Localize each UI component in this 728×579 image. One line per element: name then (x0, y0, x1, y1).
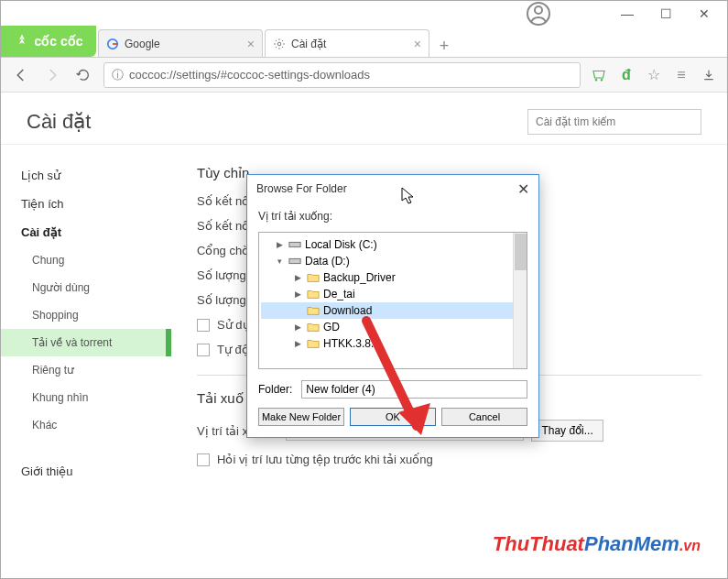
sidebar-item-appearance[interactable]: Khung nhìn (1, 384, 171, 411)
settings-search-input[interactable] (527, 109, 701, 135)
expand-icon[interactable]: ▶ (274, 240, 285, 249)
window-titlebar: — ☐ ✕ (1, 1, 727, 27)
cancel-button[interactable]: Cancel (441, 408, 527, 426)
drive-icon (288, 256, 301, 267)
tab-bar: cốc cốc Google × Cài đặt × + (1, 27, 727, 58)
collapse-icon[interactable]: ▾ (274, 257, 285, 266)
browser-logo[interactable]: cốc cốc (1, 26, 96, 57)
svg-rect-5 (289, 258, 300, 263)
tree-item-data-drive[interactable]: ▾Data (D:) (261, 253, 525, 269)
tree-item-folder[interactable]: ▶GD (261, 319, 525, 335)
tab-google[interactable]: Google × (98, 29, 263, 57)
ask-location-row[interactable]: Hỏi vị trí lưu từng tệp trước khi tải xu… (197, 453, 701, 466)
page-header: Cài đặt (1, 93, 727, 145)
google-favicon-icon (106, 38, 119, 50)
sidebar-item-general[interactable]: Chung (1, 246, 171, 274)
change-location-button[interactable]: Thay đổi... (531, 420, 603, 442)
tree-item-folder[interactable]: ▶De_tai (261, 286, 525, 302)
ask-location-label: Hỏi vị trí lưu từng tệp trước khi tải xu… (217, 453, 433, 466)
svg-point-1 (535, 6, 542, 14)
close-button[interactable]: ✕ (685, 1, 723, 27)
tab-label: Cài đặt (291, 38, 326, 50)
account-icon[interactable] (524, 0, 553, 28)
svg-point-3 (277, 42, 281, 46)
folder-tree[interactable]: ▶Local Disk (C:) ▾Data (D:) ▶Backup_Driv… (258, 232, 527, 369)
url-text: coccoc://settings/#coccoc-settings-downl… (129, 68, 370, 82)
expand-icon[interactable]: ▶ (292, 290, 303, 299)
settings-sidebar: Lịch sử Tiện ích Cài đặt Chung Người dùn… (1, 145, 171, 579)
folder-icon (307, 289, 320, 300)
tree-item-folder[interactable]: ▶HTKK.3.8.0 (261, 335, 525, 352)
maximize-button[interactable]: ☐ (647, 1, 685, 27)
checkbox-icon[interactable] (197, 344, 210, 356)
tab-close-icon[interactable]: × (414, 37, 421, 51)
dialog-close-icon[interactable]: ✕ (517, 180, 529, 198)
tab-settings[interactable]: Cài đặt × (265, 29, 429, 57)
tree-scrollbar[interactable] (513, 233, 527, 368)
sidebar-item-downloads[interactable]: Tải về và torrent (1, 329, 171, 356)
nav-toolbar: ⓘ coccoc://settings/#coccoc-settings-dow… (1, 58, 727, 93)
dialog-title-text: Browse For Folder (256, 182, 347, 195)
address-bar[interactable]: ⓘ coccoc://settings/#coccoc-settings-dow… (103, 62, 581, 88)
sidebar-item-about[interactable]: Giới thiệu (1, 457, 171, 486)
minimize-button[interactable]: — (608, 1, 647, 27)
make-new-folder-button[interactable]: Make New Folder (258, 408, 344, 426)
folder-field-label: Folder: (258, 383, 292, 396)
sidebar-item-other[interactable]: Khác (1, 411, 171, 439)
checkbox-icon[interactable] (197, 319, 210, 332)
dialog-titlebar: Browse For Folder ✕ (247, 175, 538, 202)
sidebar-item-settings[interactable]: Cài đặt (1, 218, 171, 246)
sidebar-item-extensions[interactable]: Tiện ích (1, 190, 171, 218)
folder-icon (307, 305, 320, 316)
bookmark-star-icon[interactable]: ☆ (645, 66, 663, 84)
reload-button[interactable] (72, 64, 94, 86)
folder-name-input[interactable] (301, 380, 527, 399)
sidebar-item-shopping[interactable]: Shopping (1, 301, 171, 329)
menu-icon[interactable]: ≡ (672, 66, 690, 84)
dialog-subtitle: Vị trí tải xuống: (258, 210, 527, 223)
tree-item-folder[interactable]: ▶Backup_Driver (261, 269, 525, 286)
download-icon[interactable] (700, 66, 718, 84)
tab-close-icon[interactable]: × (247, 37, 255, 51)
folder-icon (307, 322, 320, 333)
svg-rect-4 (289, 242, 300, 246)
ok-button[interactable]: OK (350, 408, 436, 426)
expand-icon[interactable]: ▶ (292, 339, 303, 348)
currency-icon[interactable]: đ (617, 66, 636, 84)
sidebar-item-users[interactable]: Người dùng (1, 274, 171, 301)
sidebar-item-history[interactable]: Lịch sử (1, 161, 171, 190)
checkbox-icon[interactable] (197, 453, 210, 466)
drive-icon (288, 239, 301, 250)
gear-favicon-icon (273, 38, 286, 50)
cart-icon[interactable] (590, 66, 608, 84)
folder-icon (307, 272, 320, 283)
watermark: ThuThuatPhanMem.vn (493, 532, 701, 556)
tree-item-local-disk[interactable]: ▶Local Disk (C:) (261, 236, 525, 253)
logo-text: cốc cốc (34, 34, 82, 49)
tree-item-folder-selected[interactable]: Download (261, 302, 525, 319)
new-tab-button[interactable]: + (433, 35, 455, 57)
expand-icon[interactable]: ▶ (292, 322, 303, 332)
info-icon[interactable]: ⓘ (112, 67, 124, 83)
forward-button[interactable] (41, 64, 63, 86)
tab-label: Google (125, 38, 160, 50)
browse-folder-dialog: Browse For Folder ✕ Vị trí tải xuống: ▶L… (246, 174, 539, 438)
page-title: Cài đặt (27, 110, 91, 134)
folder-icon (307, 338, 320, 349)
expand-icon[interactable]: ▶ (292, 273, 303, 282)
sidebar-item-privacy[interactable]: Riêng tư (1, 356, 171, 384)
back-button[interactable] (10, 64, 32, 86)
